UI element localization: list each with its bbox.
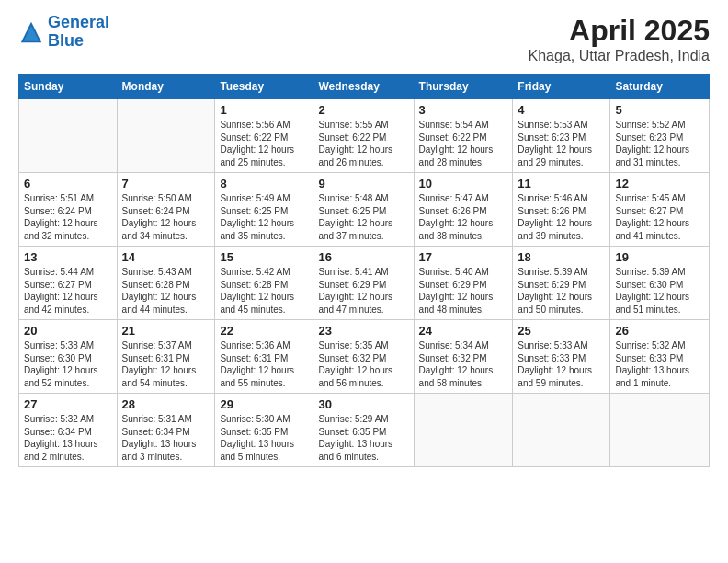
- col-monday: Monday: [117, 75, 215, 99]
- day-number: 18: [518, 250, 605, 264]
- day-number: 16: [318, 250, 408, 264]
- day-info: Sunrise: 5:30 AM Sunset: 6:35 PM Dayligh…: [220, 413, 308, 463]
- day-info: Sunrise: 5:41 AM Sunset: 6:29 PM Dayligh…: [318, 266, 408, 316]
- day-number: 23: [318, 324, 408, 338]
- col-thursday: Thursday: [414, 75, 513, 99]
- logo-icon: [18, 19, 44, 45]
- calendar-header-row: Sunday Monday Tuesday Wednesday Thursday…: [19, 75, 710, 99]
- day-info: Sunrise: 5:48 AM Sunset: 6:25 PM Dayligh…: [318, 192, 408, 242]
- day-number: 28: [122, 397, 210, 411]
- day-number: 6: [24, 177, 112, 190]
- day-info: Sunrise: 5:35 AM Sunset: 6:32 PM Dayligh…: [318, 339, 408, 389]
- table-row: [610, 394, 710, 467]
- day-number: 21: [122, 324, 210, 338]
- table-row: 30Sunrise: 5:29 AM Sunset: 6:35 PM Dayli…: [313, 394, 414, 467]
- calendar-week-1: 1Sunrise: 5:56 AM Sunset: 6:22 PM Daylig…: [19, 99, 710, 173]
- table-row: 28Sunrise: 5:31 AM Sunset: 6:34 PM Dayli…: [117, 394, 215, 467]
- day-number: 29: [220, 397, 308, 411]
- day-number: 13: [24, 250, 112, 264]
- day-number: 1: [220, 103, 308, 117]
- day-info: Sunrise: 5:46 AM Sunset: 6:26 PM Dayligh…: [518, 192, 605, 242]
- day-number: 14: [122, 250, 210, 264]
- day-info: Sunrise: 5:55 AM Sunset: 6:22 PM Dayligh…: [318, 119, 408, 168]
- day-info: Sunrise: 5:50 AM Sunset: 6:24 PM Dayligh…: [122, 192, 210, 242]
- logo-line2: Blue: [48, 31, 84, 50]
- table-row: 22Sunrise: 5:36 AM Sunset: 6:31 PM Dayli…: [215, 320, 313, 394]
- day-number: 26: [615, 324, 704, 338]
- day-number: 30: [318, 397, 408, 411]
- day-info: Sunrise: 5:42 AM Sunset: 6:28 PM Dayligh…: [220, 266, 308, 316]
- table-row: 15Sunrise: 5:42 AM Sunset: 6:28 PM Dayli…: [215, 247, 313, 320]
- day-info: Sunrise: 5:34 AM Sunset: 6:32 PM Dayligh…: [419, 339, 508, 389]
- table-row: 3Sunrise: 5:54 AM Sunset: 6:22 PM Daylig…: [414, 99, 513, 173]
- day-info: Sunrise: 5:32 AM Sunset: 6:34 PM Dayligh…: [24, 413, 112, 463]
- table-row: 1Sunrise: 5:56 AM Sunset: 6:22 PM Daylig…: [215, 99, 313, 173]
- table-row: 5Sunrise: 5:52 AM Sunset: 6:23 PM Daylig…: [610, 99, 710, 173]
- day-info: Sunrise: 5:39 AM Sunset: 6:29 PM Dayligh…: [518, 266, 605, 316]
- col-friday: Friday: [513, 75, 610, 99]
- day-number: 27: [24, 397, 112, 411]
- table-row: 20Sunrise: 5:38 AM Sunset: 6:30 PM Dayli…: [19, 320, 118, 394]
- calendar-week-3: 13Sunrise: 5:44 AM Sunset: 6:27 PM Dayli…: [19, 247, 710, 320]
- day-number: 10: [419, 177, 508, 190]
- table-row: 12Sunrise: 5:45 AM Sunset: 6:27 PM Dayli…: [610, 173, 710, 247]
- table-row: 27Sunrise: 5:32 AM Sunset: 6:34 PM Dayli…: [19, 394, 118, 467]
- table-row: 11Sunrise: 5:46 AM Sunset: 6:26 PM Dayli…: [513, 173, 610, 247]
- day-info: Sunrise: 5:54 AM Sunset: 6:22 PM Dayligh…: [419, 119, 508, 168]
- day-info: Sunrise: 5:31 AM Sunset: 6:34 PM Dayligh…: [122, 413, 210, 463]
- day-info: Sunrise: 5:36 AM Sunset: 6:31 PM Dayligh…: [220, 339, 308, 389]
- table-row: 24Sunrise: 5:34 AM Sunset: 6:32 PM Dayli…: [414, 320, 513, 394]
- table-row: 18Sunrise: 5:39 AM Sunset: 6:29 PM Dayli…: [513, 247, 610, 320]
- day-number: 22: [220, 324, 308, 338]
- day-info: Sunrise: 5:37 AM Sunset: 6:31 PM Dayligh…: [122, 339, 210, 389]
- day-info: Sunrise: 5:45 AM Sunset: 6:27 PM Dayligh…: [615, 192, 704, 242]
- title-block: April 2025 Khaga, Uttar Pradesh, India: [529, 14, 710, 64]
- table-row: [414, 394, 513, 467]
- day-info: Sunrise: 5:33 AM Sunset: 6:33 PM Dayligh…: [518, 339, 605, 389]
- logo: General Blue: [18, 14, 109, 51]
- table-row: [513, 394, 610, 467]
- day-number: 9: [318, 177, 408, 190]
- table-row: 10Sunrise: 5:47 AM Sunset: 6:26 PM Dayli…: [414, 173, 513, 247]
- day-number: 5: [615, 103, 704, 117]
- day-number: 24: [419, 324, 508, 338]
- day-number: 25: [518, 324, 605, 338]
- day-number: 4: [518, 103, 605, 117]
- table-row: [19, 99, 118, 173]
- header: General Blue April 2025 Khaga, Uttar Pra…: [18, 14, 710, 64]
- table-row: 4Sunrise: 5:53 AM Sunset: 6:23 PM Daylig…: [513, 99, 610, 173]
- table-row: 26Sunrise: 5:32 AM Sunset: 6:33 PM Dayli…: [610, 320, 710, 394]
- calendar-week-5: 27Sunrise: 5:32 AM Sunset: 6:34 PM Dayli…: [19, 394, 710, 467]
- day-number: 7: [122, 177, 210, 190]
- calendar-week-4: 20Sunrise: 5:38 AM Sunset: 6:30 PM Dayli…: [19, 320, 710, 394]
- location-title: Khaga, Uttar Pradesh, India: [529, 48, 710, 64]
- table-row: 17Sunrise: 5:40 AM Sunset: 6:29 PM Dayli…: [414, 247, 513, 320]
- table-row: 29Sunrise: 5:30 AM Sunset: 6:35 PM Dayli…: [215, 394, 313, 467]
- day-number: 12: [615, 177, 704, 190]
- col-saturday: Saturday: [610, 75, 710, 99]
- day-info: Sunrise: 5:56 AM Sunset: 6:22 PM Dayligh…: [220, 119, 308, 168]
- table-row: [117, 99, 215, 173]
- table-row: 9Sunrise: 5:48 AM Sunset: 6:25 PM Daylig…: [313, 173, 414, 247]
- day-number: 15: [220, 250, 308, 264]
- table-row: 16Sunrise: 5:41 AM Sunset: 6:29 PM Dayli…: [313, 247, 414, 320]
- table-row: 13Sunrise: 5:44 AM Sunset: 6:27 PM Dayli…: [19, 247, 118, 320]
- day-info: Sunrise: 5:40 AM Sunset: 6:29 PM Dayligh…: [419, 266, 508, 316]
- day-info: Sunrise: 5:29 AM Sunset: 6:35 PM Dayligh…: [318, 413, 408, 463]
- calendar-week-2: 6Sunrise: 5:51 AM Sunset: 6:24 PM Daylig…: [19, 173, 710, 247]
- day-number: 8: [220, 177, 308, 190]
- day-info: Sunrise: 5:47 AM Sunset: 6:26 PM Dayligh…: [419, 192, 508, 242]
- table-row: 7Sunrise: 5:50 AM Sunset: 6:24 PM Daylig…: [117, 173, 215, 247]
- day-info: Sunrise: 5:44 AM Sunset: 6:27 PM Dayligh…: [24, 266, 112, 316]
- col-wednesday: Wednesday: [313, 75, 414, 99]
- day-number: 19: [615, 250, 704, 264]
- day-number: 2: [318, 103, 408, 117]
- table-row: 14Sunrise: 5:43 AM Sunset: 6:28 PM Dayli…: [117, 247, 215, 320]
- day-info: Sunrise: 5:51 AM Sunset: 6:24 PM Dayligh…: [24, 192, 112, 242]
- col-sunday: Sunday: [19, 75, 118, 99]
- logo-line1: General: [48, 13, 109, 31]
- day-number: 3: [419, 103, 508, 117]
- day-info: Sunrise: 5:43 AM Sunset: 6:28 PM Dayligh…: [122, 266, 210, 316]
- day-info: Sunrise: 5:52 AM Sunset: 6:23 PM Dayligh…: [615, 119, 704, 168]
- table-row: 21Sunrise: 5:37 AM Sunset: 6:31 PM Dayli…: [117, 320, 215, 394]
